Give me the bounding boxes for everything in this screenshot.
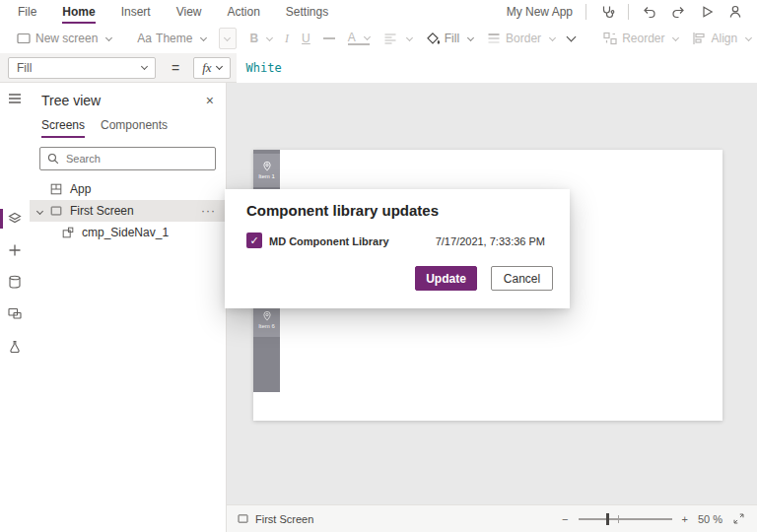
menu-action[interactable]: Action (228, 0, 260, 24)
app-title: My New App (507, 5, 573, 19)
menu-file[interactable]: File (18, 0, 36, 24)
chevron-down-icon (216, 63, 223, 70)
paint-bucket-icon (425, 31, 441, 46)
pin-icon (261, 310, 273, 322)
tab-screens[interactable]: Screens (41, 118, 85, 138)
new-screen-button[interactable]: New screen (16, 31, 111, 46)
text-align-button[interactable] (382, 31, 412, 46)
chevron-down-icon (467, 33, 474, 40)
italic-button[interactable]: I (285, 32, 289, 46)
search-input[interactable] (66, 153, 204, 165)
fx-button[interactable]: fx (193, 57, 230, 79)
fill-button[interactable]: Fill (425, 31, 473, 46)
zoom-in-button[interactable]: + (682, 513, 688, 525)
reorder-button[interactable]: Reorder (602, 31, 678, 46)
ribbon-toolbar: New screen Aa Theme B I U A Fill Border (0, 24, 757, 53)
title-bar: File Home Insert View Action Settings My… (0, 0, 757, 24)
property-select[interactable]: Fill (8, 57, 156, 79)
search-icon (46, 152, 60, 166)
preview-play-icon[interactable] (699, 4, 715, 20)
chevron-down-icon (105, 33, 112, 40)
equals-sign: = (172, 60, 179, 76)
library-name: MD Component Library (269, 235, 389, 247)
bold-button[interactable]: B (249, 32, 272, 45)
more-formatting-button[interactable] (568, 33, 577, 43)
redo-icon[interactable] (670, 4, 686, 20)
panel-title: Tree view (41, 93, 101, 108)
account-icon[interactable] (727, 4, 743, 20)
tree-view-panel: Tree view × Screens Components App First… (30, 83, 227, 532)
formula-input[interactable]: White (237, 53, 757, 83)
data-sources-icon[interactable] (7, 274, 23, 290)
tree-item-first-screen[interactable]: First Screen ··· (30, 200, 226, 222)
chevron-down-icon (224, 33, 231, 40)
underline-button[interactable]: U (302, 32, 310, 45)
divider (585, 4, 586, 20)
chevron-down-icon (364, 33, 371, 39)
zoom-out-button[interactable]: − (562, 513, 568, 525)
hamburger-icon[interactable] (7, 91, 23, 106)
pin-icon (261, 161, 273, 172)
zoom-slider-tick (618, 515, 619, 523)
sidenav-item-6[interactable]: Item 6 (253, 303, 280, 337)
close-icon[interactable]: × (206, 93, 214, 108)
rail-selection-indicator (0, 209, 3, 229)
divider (628, 4, 629, 20)
zoom-slider[interactable] (579, 518, 672, 520)
zoom-percentage: 50% (698, 513, 723, 525)
status-bar: First Screen − + 50% (227, 504, 757, 532)
screen-icon (49, 204, 63, 218)
left-rail (0, 83, 30, 532)
cancel-button[interactable]: Cancel (491, 266, 553, 291)
screen-icon (237, 512, 249, 525)
menu-bar: File Home Insert View Action Settings (0, 0, 328, 24)
font-color-button[interactable]: A (348, 32, 370, 45)
expand-chevron-icon[interactable] (36, 207, 43, 214)
menu-settings[interactable]: Settings (286, 0, 328, 24)
tree-tabs: Screens Components (30, 114, 226, 138)
component-library-updates-dialog: Component library updates ✓ MD Component… (225, 189, 570, 308)
undo-icon[interactable] (642, 4, 657, 20)
chevron-down-icon (672, 33, 679, 40)
chevron-down-icon (406, 33, 413, 40)
library-checkbox[interactable]: ✓ (246, 233, 262, 248)
update-button[interactable]: Update (415, 266, 477, 291)
insert-plus-icon[interactable] (7, 242, 23, 258)
chevron-down-icon (141, 63, 148, 70)
chevron-down-icon (745, 33, 752, 40)
chevron-down-icon (549, 33, 556, 40)
menu-view[interactable]: View (176, 0, 202, 24)
library-timestamp: 7/17/2021, 7:33:36 PM (436, 235, 545, 247)
dialog-title: Component library updates (246, 202, 439, 219)
theme-aa-icon: Aa (137, 32, 152, 45)
menu-insert[interactable]: Insert (121, 0, 151, 24)
border-button[interactable]: Border (486, 31, 555, 46)
tree-view-icon[interactable] (7, 211, 23, 227)
theme-button[interactable]: Aa Theme (137, 32, 206, 45)
tree-item-cmp-sidenav[interactable]: cmp_SideNav_1 (30, 222, 226, 243)
sidenav-item-1[interactable]: Item 1 (253, 154, 280, 187)
component-icon (61, 226, 75, 239)
tab-components[interactable]: Components (101, 118, 168, 138)
chevron-down-icon (266, 33, 273, 40)
media-icon[interactable] (7, 305, 23, 321)
more-options-icon[interactable]: ··· (201, 204, 216, 218)
zoom-slider-handle[interactable] (606, 513, 609, 525)
app-checker-icon[interactable] (599, 4, 615, 20)
strikethrough-icon[interactable] (323, 37, 335, 39)
align-button[interactable]: Align (691, 31, 751, 46)
chevron-down-icon (200, 33, 207, 40)
font-size-select[interactable] (219, 28, 237, 49)
fit-to-window-icon[interactable] (732, 512, 745, 525)
search-box (39, 147, 216, 170)
current-screen-indicator[interactable]: First Screen (227, 512, 313, 525)
advanced-tools-icon[interactable] (7, 339, 23, 355)
tree-item-app[interactable]: App (30, 178, 226, 200)
app-icon (49, 182, 63, 196)
formula-bar: Fill = fx White (0, 53, 757, 83)
menu-home[interactable]: Home (62, 0, 95, 24)
